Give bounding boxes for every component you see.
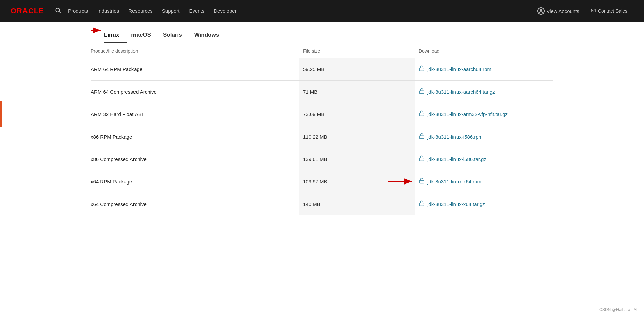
row-description: x64 RPM Package — [91, 170, 299, 193]
navbar-right: View Accounts Contact Sales — [537, 6, 633, 16]
svg-rect-10 — [419, 158, 424, 161]
download-table: Product/file description File size Downl… — [91, 43, 553, 215]
row-filesize: 140 MB — [299, 193, 415, 215]
nav-events[interactable]: Events — [189, 8, 204, 14]
nav-support[interactable]: Support — [162, 8, 180, 14]
row-description: ARM 32 Hard Float ABI — [91, 103, 299, 125]
download-link[interactable]: jdk-8u311-linux-aarch64.tar.gz — [427, 89, 495, 95]
contact-sales-label: Contact Sales — [598, 8, 627, 14]
row-filesize: 59.25 MB — [299, 58, 415, 81]
os-tabs: Linux macOS Solaris Windows — [91, 22, 553, 43]
tab-solaris[interactable]: Solaris — [163, 28, 190, 43]
row-description: x64 Compressed Archive — [91, 193, 299, 215]
lock-icon — [419, 110, 425, 118]
nav-links: Products Industries Resources Support Ev… — [68, 8, 537, 14]
svg-line-1 — [59, 11, 61, 13]
table-header-row: Product/file description File size Downl… — [91, 43, 553, 58]
user-icon — [537, 7, 545, 15]
svg-rect-6 — [419, 68, 424, 71]
svg-rect-14 — [419, 203, 424, 206]
nav-products[interactable]: Products — [68, 8, 88, 14]
view-accounts-button[interactable]: View Accounts — [537, 7, 579, 15]
contact-sales-button[interactable]: Contact Sales — [585, 6, 633, 16]
lock-icon — [419, 65, 425, 73]
main-content: Linux macOS Solaris Windows Product/file… — [77, 22, 567, 215]
table-row: x86 Compressed Archive139.61 MB jdk-8u31… — [91, 148, 553, 170]
download-link[interactable]: jdk-8u311-linux-arm32-vfp-hflt.tar.gz — [427, 111, 508, 117]
table-row: x64 RPM Package109.97 MB jdk-8u311-linux… — [91, 170, 553, 193]
table-row: ARM 64 Compressed Archive71 MB jdk-8u311… — [91, 81, 553, 103]
row-filesize: 110.22 MB — [299, 125, 415, 148]
row-filesize: 71 MB — [299, 81, 415, 103]
row-download: jdk-8u311-linux-i586.rpm — [415, 125, 553, 148]
nav-resources[interactable]: Resources — [128, 8, 153, 14]
svg-point-2 — [540, 9, 542, 11]
lock-icon — [419, 88, 425, 95]
download-link[interactable]: jdk-8u311-linux-i586.rpm — [427, 134, 483, 140]
row-download: jdk-8u311-linux-i586.tar.gz — [415, 148, 553, 170]
row-download: jdk-8u311-linux-x64.tar.gz — [415, 193, 553, 215]
download-link[interactable]: jdk-8u311-linux-x64.rpm — [427, 179, 481, 185]
lock-icon — [419, 155, 425, 163]
download-link[interactable]: jdk-8u311-linux-aarch64.rpm — [427, 66, 491, 72]
lock-icon — [419, 200, 425, 208]
row-download: jdk-8u311-linux-arm32-vfp-hflt.tar.gz — [415, 103, 553, 125]
row-download: jdk-8u311-linux-aarch64.rpm — [415, 58, 553, 81]
tab-arrow-annotation — [91, 25, 103, 35]
svg-rect-9 — [419, 136, 424, 138]
svg-rect-13 — [419, 180, 424, 183]
download-link[interactable]: jdk-8u311-linux-i586.tar.gz — [427, 156, 486, 162]
view-accounts-label: View Accounts — [547, 8, 579, 14]
row-description: ARM 64 Compressed Archive — [91, 81, 299, 103]
row-download: jdk-8u311-linux-x64.rpm — [415, 170, 553, 193]
lock-icon — [419, 178, 425, 185]
lock-icon — [419, 133, 425, 140]
scroll-indicator — [0, 101, 2, 127]
nav-industries[interactable]: Industries — [97, 8, 119, 14]
search-icon[interactable] — [55, 7, 61, 15]
table-row: ARM 64 RPM Package59.25 MB jdk-8u311-lin… — [91, 58, 553, 81]
row-filesize: 139.61 MB — [299, 148, 415, 170]
row-description: ARM 64 RPM Package — [91, 58, 299, 81]
row-filesize: 73.69 MB — [299, 103, 415, 125]
svg-rect-8 — [419, 113, 424, 116]
tab-linux[interactable]: Linux — [104, 28, 127, 43]
oracle-logo: ORACLE — [11, 7, 44, 15]
row-description: x86 RPM Package — [91, 125, 299, 148]
oracle-logo-container[interactable]: ORACLE — [11, 7, 44, 15]
tab-macos[interactable]: macOS — [131, 28, 159, 43]
nav-developer[interactable]: Developer — [214, 8, 236, 14]
table-row: x64 Compressed Archive140 MB jdk-8u311-l… — [91, 193, 553, 215]
tab-windows[interactable]: Windows — [194, 28, 227, 43]
row-arrow-annotation — [388, 177, 415, 186]
navbar: ORACLE Products Industries Resources Sup… — [0, 0, 644, 22]
svg-rect-7 — [419, 91, 424, 93]
row-download: jdk-8u311-linux-aarch64.tar.gz — [415, 81, 553, 103]
col-header-filesize: File size — [299, 43, 415, 58]
col-header-download: Download — [415, 43, 553, 58]
download-link[interactable]: jdk-8u311-linux-x64.tar.gz — [427, 201, 485, 207]
table-row: x86 RPM Package110.22 MB jdk-8u311-linux… — [91, 125, 553, 148]
table-row: ARM 32 Hard Float ABI73.69 MB jdk-8u311-… — [91, 103, 553, 125]
col-header-description: Product/file description — [91, 43, 299, 58]
row-description: x86 Compressed Archive — [91, 148, 299, 170]
